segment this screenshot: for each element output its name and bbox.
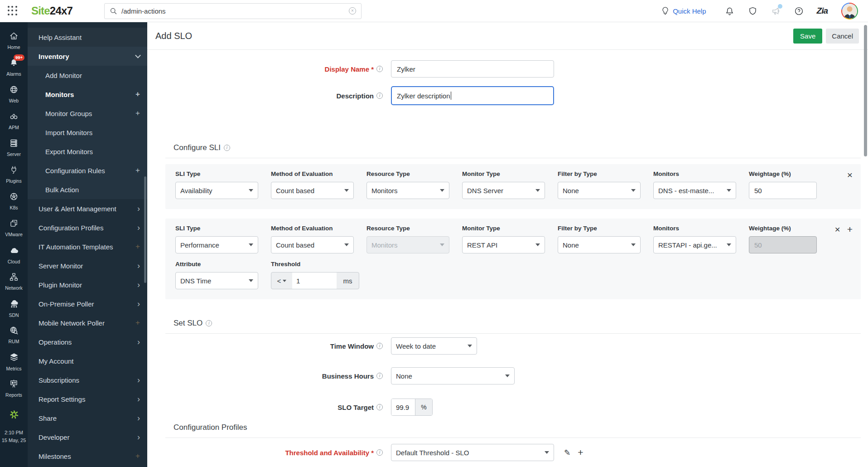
chevron-right-icon xyxy=(137,280,140,290)
global-search-input[interactable]: /admin-actions xyxy=(104,3,362,19)
rail-item-apm[interactable]: APM xyxy=(0,107,28,134)
threshold-profile-select[interactable]: Default Threshold - SLO xyxy=(391,444,554,461)
rail-item-network[interactable]: Network xyxy=(0,268,28,295)
method-of-evaluation-select[interactable]: Count based xyxy=(271,182,354,199)
sidebar-item-it-automation-templates[interactable]: IT Automation Templates xyxy=(28,237,147,256)
sidebar-item-inventory[interactable]: Inventory xyxy=(28,47,147,66)
description-field[interactable]: Zylker description xyxy=(391,86,554,105)
threshold-operator-select[interactable]: < xyxy=(271,277,292,285)
time-window-select[interactable]: Week to date xyxy=(391,337,477,355)
sidebar-item-label: Server Monitor xyxy=(39,262,83,270)
sli-type-select[interactable]: Performance xyxy=(175,236,258,253)
threshold-value-field[interactable] xyxy=(292,272,337,289)
sidebar-item-user-alert-management[interactable]: User & Alert Management xyxy=(28,199,147,218)
plus-icon[interactable] xyxy=(135,166,140,175)
plus-icon[interactable] xyxy=(135,90,140,99)
rail-item-web[interactable]: Web xyxy=(0,81,28,107)
clear-search-icon[interactable] xyxy=(349,7,356,15)
info-icon[interactable] xyxy=(376,92,383,99)
rail-item-k8s[interactable]: K8s xyxy=(0,188,28,214)
rail-item-server[interactable]: Server xyxy=(0,134,28,161)
sli-type-select[interactable]: Availability xyxy=(175,182,258,199)
sidebar-item-bulk-action[interactable]: Bulk Action xyxy=(28,180,147,199)
display-name-field[interactable] xyxy=(391,60,554,78)
sidebar-item-subscriptions[interactable]: Subscriptions xyxy=(28,370,147,389)
sidebar-item-plugin-monitor[interactable]: Plugin Monitor xyxy=(28,275,147,294)
add-profile-icon[interactable] xyxy=(578,448,583,457)
save-button[interactable]: Save xyxy=(793,29,822,44)
announcements-megaphone-icon[interactable] xyxy=(771,5,781,16)
sidebar-item-on-premise-poller[interactable]: On-Premise Poller xyxy=(28,294,147,313)
info-icon[interactable] xyxy=(376,404,383,410)
info-icon[interactable] xyxy=(206,320,212,326)
sidebar-item-configuration-profiles[interactable]: Configuration Profiles xyxy=(28,218,147,237)
slo-target-field[interactable] xyxy=(391,399,415,415)
monitors-select[interactable]: RESTAPI - api.ge... xyxy=(653,236,736,253)
sidebar-item-label: Inventory xyxy=(39,53,69,60)
plus-icon[interactable] xyxy=(135,452,140,461)
sidebar-item-mobile-network-poller[interactable]: Mobile Network Poller xyxy=(28,313,147,332)
filter-by-type-select[interactable]: None xyxy=(558,236,641,253)
sidebar-item-developer[interactable]: Developer xyxy=(28,428,147,447)
sidebar-item-server-monitor[interactable]: Server Monitor xyxy=(28,256,147,275)
user-avatar[interactable] xyxy=(841,3,858,19)
rail-item-label: K8s xyxy=(10,205,18,210)
monitor-type-select[interactable]: DNS Server xyxy=(462,182,545,199)
remove-sli-row-icon[interactable] xyxy=(834,225,840,253)
rail-item-plugins[interactable]: Plugins xyxy=(0,161,28,188)
sidebar-item-label: Bulk Action xyxy=(45,186,79,194)
resource-type-select[interactable]: Monitors xyxy=(366,182,449,199)
rail-item-alarms[interactable]: Alarms99+ xyxy=(0,54,28,81)
info-icon[interactable] xyxy=(376,373,383,379)
sidebar-item-operations[interactable]: Operations xyxy=(28,332,147,351)
help-icon[interactable] xyxy=(794,5,805,16)
zia-icon[interactable]: Zia xyxy=(817,6,828,16)
rail-item-metrics[interactable]: Metrics xyxy=(0,348,28,375)
sidebar-item-share[interactable]: Share xyxy=(28,409,147,428)
chevron-right-icon xyxy=(137,433,140,442)
rail-item-cloud[interactable]: Cloud xyxy=(0,241,28,268)
info-icon[interactable] xyxy=(376,343,383,349)
cancel-button[interactable]: Cancel xyxy=(826,29,859,44)
sidebar-item-monitors[interactable]: Monitors xyxy=(28,85,147,104)
info-icon[interactable] xyxy=(376,449,383,456)
attribute-select[interactable]: DNS Time xyxy=(175,272,258,289)
notifications-bell-icon[interactable] xyxy=(724,5,735,16)
plus-icon[interactable] xyxy=(135,242,140,251)
quick-help-button[interactable]: Quick Help xyxy=(661,7,706,15)
weightage-field[interactable] xyxy=(749,182,817,199)
info-icon[interactable] xyxy=(224,145,230,151)
sidebar-item-add-monitor[interactable]: Add Monitor xyxy=(28,66,147,85)
add-sli-row-icon[interactable] xyxy=(847,225,853,253)
sidebar-item-import-monitors[interactable]: Import Monitors xyxy=(28,123,147,142)
site24x7-logo[interactable]: Site24x7 xyxy=(31,5,72,17)
rail-item-rum[interactable]: RUM xyxy=(0,321,28,348)
sidebar-item-export-monitors[interactable]: Export Monitors xyxy=(28,142,147,161)
method-of-evaluation-select[interactable]: Count based xyxy=(271,236,354,253)
app-grid-icon[interactable] xyxy=(8,6,18,16)
sidebar-item-help-assistant[interactable]: Help Assistant xyxy=(28,28,147,47)
info-icon[interactable] xyxy=(376,66,383,72)
rail-item-vmware[interactable]: VMware xyxy=(0,214,28,241)
edit-profile-icon[interactable] xyxy=(564,448,570,457)
rail-item-label: Reports xyxy=(5,392,22,398)
plus-icon[interactable] xyxy=(135,109,140,118)
sidebar-item-report-settings[interactable]: Report Settings xyxy=(28,389,147,409)
rail-item-reports[interactable]: Reports xyxy=(0,375,28,402)
zoho-gear-icon[interactable] xyxy=(9,405,19,423)
shield-icon[interactable] xyxy=(747,5,758,16)
monitor-type-select[interactable]: REST API xyxy=(462,236,545,253)
remove-sli-row-icon[interactable] xyxy=(847,170,853,199)
rail-item-sdn[interactable]: SDN xyxy=(0,295,28,321)
sidebar-item-milestones[interactable]: Milestones xyxy=(28,447,147,466)
plus-icon[interactable] xyxy=(135,318,140,327)
sidebar-item-monitor-groups[interactable]: Monitor Groups xyxy=(28,104,147,123)
filter-by-type-select[interactable]: None xyxy=(558,182,641,199)
sidebar-scrollbar-thumb[interactable] xyxy=(144,176,146,283)
sidebar-item-my-account[interactable]: My Account xyxy=(28,351,147,370)
main-scrollbar-thumb[interactable] xyxy=(864,25,867,156)
sidebar-item-configuration-rules[interactable]: Configuration Rules xyxy=(28,161,147,180)
monitors-select[interactable]: DNS - est-maste... xyxy=(653,182,736,199)
rail-item-home[interactable]: Home xyxy=(0,27,28,54)
business-hours-select[interactable]: None xyxy=(391,367,515,384)
